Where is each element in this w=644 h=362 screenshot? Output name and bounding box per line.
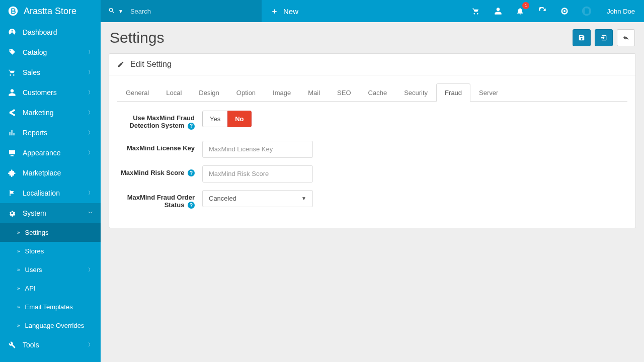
sidebar: Dashboard Catalog 〉 Sales 〉 Customers 〉 … xyxy=(0,22,101,362)
double-chevron-icon: » xyxy=(17,323,20,328)
cart-button[interactable] xyxy=(465,0,487,22)
chevron-right-icon: 〉 xyxy=(88,266,93,274)
form-group-fraud-order-status: MaxMind Fraud Order Status ? Canceled ▼ xyxy=(117,190,627,213)
notifications-button[interactable]: 1 xyxy=(509,0,531,22)
chevron-down-icon: ﹀ xyxy=(88,210,93,217)
sidebar-subitem-language-overrides[interactable]: » Language Overrides xyxy=(0,316,101,335)
double-chevron-icon: » xyxy=(17,230,20,235)
double-chevron-icon: » xyxy=(17,248,20,254)
sidebar-label: System xyxy=(23,209,46,217)
sidebar-item-localisation[interactable]: Localisation 〉 xyxy=(0,183,101,203)
cancel-button[interactable] xyxy=(617,29,635,46)
sidebar-label: Localisation xyxy=(23,189,60,197)
pencil-icon xyxy=(117,61,124,68)
save-button[interactable] xyxy=(573,29,591,46)
user-menu[interactable]: John Doe xyxy=(598,0,644,22)
support-button[interactable] xyxy=(553,0,576,22)
tab-cache[interactable]: Cache xyxy=(360,83,396,102)
caret-down-icon: ▼ xyxy=(301,196,306,201)
refresh-icon xyxy=(538,7,546,15)
cart-icon xyxy=(8,68,17,76)
main-content: Settings Edit Setting General Local Desi… xyxy=(101,22,644,236)
new-button[interactable]: ＋ New xyxy=(262,0,307,22)
lifebuoy-icon xyxy=(560,7,569,15)
risk-score-input[interactable] xyxy=(202,165,313,183)
search-container: ▼ xyxy=(101,0,262,22)
top-header: Arastta Store ▼ ＋ New 1 John xyxy=(0,0,644,22)
chevron-right-icon: 〉 xyxy=(88,69,93,76)
exit-icon xyxy=(600,34,607,41)
share-icon xyxy=(8,109,17,117)
sidebar-subitem-stores[interactable]: » Stores xyxy=(0,242,101,260)
sidebar-label: Language Overrides xyxy=(25,322,85,329)
sidebar-item-catalog[interactable]: Catalog 〉 xyxy=(0,42,101,62)
user-icon xyxy=(8,88,17,97)
search-icon[interactable] xyxy=(108,7,115,16)
sidebar-subitem-users[interactable]: » Users 〉 xyxy=(0,260,101,279)
tab-seo[interactable]: SEO xyxy=(329,83,359,102)
sidebar-subitem-api[interactable]: » API xyxy=(0,279,101,298)
license-key-label: MaxMind License Key xyxy=(117,141,202,155)
refresh-button[interactable] xyxy=(531,0,553,22)
sidebar-item-appearance[interactable]: Appearance 〉 xyxy=(0,143,101,163)
toggle-no[interactable]: No xyxy=(227,111,251,127)
sidebar-subitem-settings[interactable]: » Settings xyxy=(0,223,101,242)
sidebar-item-marketing[interactable]: Marketing 〉 xyxy=(0,103,101,123)
sidebar-item-tools[interactable]: Tools 〉 xyxy=(0,335,101,355)
plus-icon: ＋ xyxy=(271,7,278,16)
label-text: Use MaxMind Fraud Detection System xyxy=(129,114,195,129)
sidebar-item-sales[interactable]: Sales 〉 xyxy=(0,62,101,82)
puzzle-icon xyxy=(8,169,17,177)
tab-security[interactable]: Security xyxy=(395,83,436,102)
select-value: Canceled xyxy=(209,195,236,202)
save-exit-button[interactable] xyxy=(595,29,613,46)
sidebar-label: Settings xyxy=(25,229,49,236)
page-actions xyxy=(573,29,635,46)
save-icon xyxy=(578,34,585,41)
tab-local[interactable]: Local xyxy=(157,83,190,102)
user-button[interactable] xyxy=(487,0,509,22)
sidebar-label: Reports xyxy=(23,129,47,137)
tab-design[interactable]: Design xyxy=(190,83,227,102)
sidebar-item-dashboard[interactable]: Dashboard xyxy=(0,22,101,42)
sidebar-label: Stores xyxy=(25,247,44,255)
fraud-detection-control: Yes No xyxy=(202,111,627,127)
search-input[interactable] xyxy=(130,5,254,18)
double-chevron-icon: » xyxy=(17,304,20,310)
label-text: MaxMind Fraud Order Status xyxy=(127,194,195,209)
tab-option[interactable]: Option xyxy=(228,83,264,102)
double-chevron-icon: » xyxy=(17,267,20,273)
tab-image[interactable]: Image xyxy=(264,83,299,102)
fraud-detection-toggle: Yes No xyxy=(202,111,252,127)
brand-logo[interactable]: Arastta Store xyxy=(0,0,101,22)
sidebar-label: Marketing xyxy=(23,109,53,117)
page-title: Settings xyxy=(110,29,164,46)
sidebar-label: Marketplace xyxy=(23,169,61,177)
toggle-yes[interactable]: Yes xyxy=(202,111,227,127)
search-caret-icon[interactable]: ▼ xyxy=(118,9,123,14)
tab-mail[interactable]: Mail xyxy=(299,83,329,102)
sidebar-label: Appearance xyxy=(23,149,61,157)
flag-icon xyxy=(8,189,17,197)
sidebar-item-customers[interactable]: Customers 〉 xyxy=(0,82,101,103)
new-label: New xyxy=(283,7,298,16)
chevron-right-icon: 〉 xyxy=(88,341,93,348)
license-key-input[interactable] xyxy=(202,141,313,158)
form-group-risk-score: MaxMind Risk Score ? xyxy=(117,165,627,183)
panel-title: Edit Setting xyxy=(130,60,172,69)
help-icon[interactable]: ? xyxy=(188,202,195,209)
gear-icon xyxy=(8,209,17,217)
fraud-order-status-select[interactable]: Canceled ▼ xyxy=(202,190,313,207)
tab-fraud[interactable]: Fraud xyxy=(436,83,470,102)
settings-panel: Edit Setting General Local Design Option… xyxy=(109,53,636,228)
help-icon[interactable]: ? xyxy=(188,123,195,130)
risk-score-control xyxy=(202,165,627,183)
sidebar-item-system[interactable]: System ﹀ xyxy=(0,203,101,223)
sidebar-item-reports[interactable]: Reports 〉 xyxy=(0,123,101,143)
sidebar-subitem-email-templates[interactable]: » Email Templates xyxy=(0,298,101,316)
chevron-right-icon: 〉 xyxy=(88,190,93,197)
tab-server[interactable]: Server xyxy=(470,83,507,102)
tab-general[interactable]: General xyxy=(117,83,157,102)
help-icon[interactable]: ? xyxy=(188,169,195,176)
sidebar-item-marketplace[interactable]: Marketplace xyxy=(0,163,101,183)
